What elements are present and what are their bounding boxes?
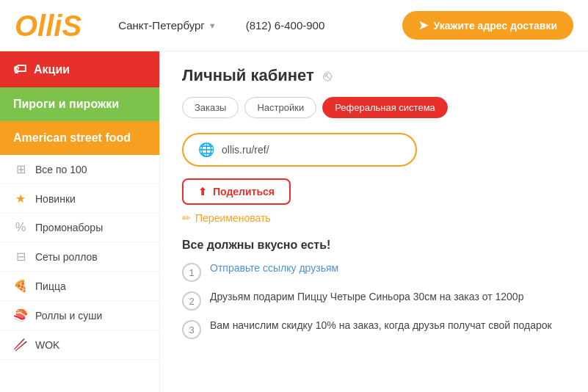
sushi-icon: 🍣 — [13, 308, 28, 322]
rename-button[interactable]: ✏ Переименовать — [182, 212, 271, 224]
step-text-1: Отправьте ссылку друзьям — [210, 262, 338, 274]
tab-settings[interactable]: Настройки — [244, 97, 316, 118]
sidebar-promo-label: Промонаборы — [35, 222, 103, 233]
tab-referral[interactable]: Реферальная система — [322, 97, 448, 118]
sidebar-american-label: American street food — [13, 131, 131, 144]
step-text-2: Друзьям подарим Пиццу Четыре Синьора 30с… — [210, 291, 523, 302]
sidebar-wok-label: WOK — [35, 339, 59, 351]
step-text-3: Вам начислим скидку 10% на заказ, когда … — [210, 319, 552, 331]
pizza-icon: 🍕 — [13, 279, 28, 293]
globe-icon: 🌐 — [198, 142, 214, 158]
percent-icon: % — [13, 221, 28, 234]
rolls-set-icon: ⊟ — [13, 250, 28, 264]
tabs-bar: Заказы Настройки Реферальная система — [182, 97, 566, 118]
logout-icon[interactable]: ⎋ — [323, 68, 332, 84]
sidebar-pirogi-label: Пироги и пирожки — [13, 98, 119, 110]
sidebar-item-wok[interactable]: 🥢 WOK — [0, 330, 159, 360]
sidebar-rolls-set-label: Сеты роллов — [35, 251, 98, 263]
wok-icon: 🥢 — [13, 338, 28, 352]
content-area: Личный кабинет ⎋ Заказы Настройки Рефера… — [160, 51, 588, 392]
city-selector[interactable]: Санкт-Петербург ▼ — [118, 19, 217, 32]
sidebar: 🏷 Акции Пироги и пирожки American street… — [0, 51, 160, 392]
sidebar-item-american[interactable]: American street food — [0, 121, 159, 155]
referral-step-3: 3 Вам начислим скидку 10% на заказ, когд… — [182, 319, 566, 339]
sidebar-item-sushi[interactable]: 🍣 Роллы и суши — [0, 301, 159, 330]
sidebar-sushi-label: Роллы и суши — [35, 310, 102, 322]
sidebar-promotions-label: Акции — [34, 63, 70, 76]
step-num-3: 3 — [182, 320, 201, 339]
location-icon: ➤ — [418, 18, 428, 32]
delivery-btn-label: Укажите адрес доставки — [434, 20, 557, 32]
sidebar-item-all100[interactable]: ⊞ Все по 100 — [0, 155, 159, 184]
main-layout: 🏷 Акции Пироги и пирожки American street… — [0, 51, 588, 392]
referral-link-text: ollis.ru/ref/ — [222, 144, 269, 156]
logo-text: OlliS — [15, 11, 81, 40]
tab-orders[interactable]: Заказы — [182, 97, 239, 118]
pencil-icon: ✏ — [182, 212, 191, 224]
sidebar-pizza-label: Пицца — [35, 280, 66, 292]
phone-number: (812) 6-400-900 — [246, 19, 325, 32]
rename-btn-label: Переименовать — [195, 212, 271, 224]
referral-step-2: 2 Друзьям подарим Пиццу Четыре Синьора 3… — [182, 291, 566, 311]
referral-section-title: Все должны вкусно есть! — [182, 239, 566, 252]
chevron-down-icon: ▼ — [208, 21, 217, 30]
share-icon: ⬆ — [198, 186, 207, 197]
grid-icon: ⊞ — [13, 162, 28, 176]
sidebar-item-promo[interactable]: % Промонаборы — [0, 214, 159, 242]
step-num-1: 1 — [182, 263, 201, 282]
logo: OlliS — [15, 11, 81, 40]
header: OlliS Санкт-Петербург ▼ (812) 6-400-900 … — [0, 0, 588, 51]
promotions-icon: 🏷 — [13, 62, 26, 77]
share-btn-label: Поделиться — [213, 186, 275, 197]
sidebar-new-label: Новинки — [35, 193, 76, 205]
delivery-button[interactable]: ➤ Укажите адрес доставки — [402, 11, 573, 40]
page-header: Личный кабинет ⎋ — [182, 66, 566, 85]
sidebar-item-pirogi[interactable]: Пироги и пирожки — [0, 87, 159, 121]
referral-step-1: 1 Отправьте ссылку друзьям — [182, 262, 566, 282]
page-title: Личный кабинет — [182, 66, 314, 85]
step-num-2: 2 — [182, 291, 201, 311]
city-name: Санкт-Петербург — [118, 19, 205, 32]
share-button[interactable]: ⬆ Поделиться — [182, 178, 291, 205]
sidebar-item-pizza[interactable]: 🍕 Пицца — [0, 272, 159, 301]
sidebar-all100-label: Все по 100 — [35, 164, 87, 175]
star-icon: ★ — [13, 192, 28, 206]
sidebar-item-rolls-set[interactable]: ⊟ Сеты роллов — [0, 242, 159, 272]
sidebar-item-new[interactable]: ★ Новинки — [0, 184, 159, 214]
sidebar-item-promotions[interactable]: 🏷 Акции — [0, 51, 159, 87]
referral-link-box: 🌐 ollis.ru/ref/ — [182, 133, 417, 167]
